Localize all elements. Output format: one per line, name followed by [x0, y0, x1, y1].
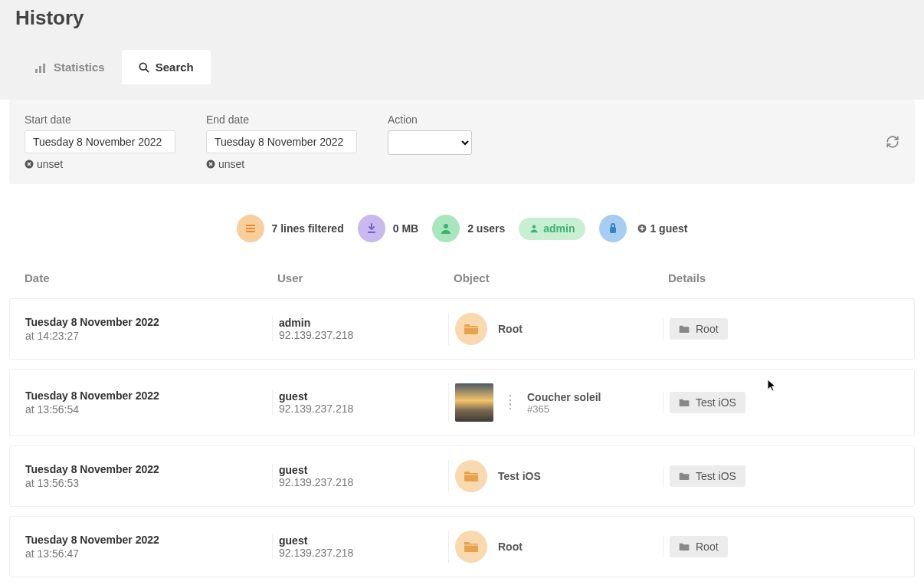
detail-chip[interactable]: Test iOS [670, 465, 745, 487]
tab-label: Search [156, 61, 194, 74]
object-title: Root [498, 323, 523, 335]
col-object: Object [447, 271, 662, 284]
object-title: Test iOS [498, 470, 541, 482]
folder-icon [679, 542, 690, 551]
detail-text: Root [696, 541, 719, 553]
end-date-label: End date [206, 113, 357, 126]
svg-line-4 [146, 69, 149, 72]
stat-text: 7 lines filtered [272, 222, 344, 235]
tabs: Statistics Search [0, 50, 924, 84]
plus-icon [637, 224, 647, 233]
folder-icon [455, 531, 487, 563]
col-details: Details [662, 271, 906, 284]
svg-rect-0 [35, 69, 38, 73]
row-user: admin [279, 317, 442, 329]
folder-icon [455, 460, 487, 492]
stat-lines: 7 lines filtered [237, 215, 344, 242]
row-date: Tuesday 8 November 2022 [25, 534, 266, 546]
end-date-input[interactable] [206, 130, 357, 153]
row-user: guest [279, 534, 442, 547]
detail-chip[interactable]: Root [670, 318, 728, 340]
row-ip: 92.139.237.218 [279, 547, 442, 559]
download-icon [358, 215, 385, 242]
guest-icon [599, 215, 627, 242]
row-date: Tuesday 8 November 2022 [25, 316, 266, 328]
col-date: Date [18, 271, 271, 284]
tab-statistics[interactable]: Statistics [18, 50, 122, 84]
stat-text: 1 guest [650, 222, 687, 235]
row-time: at 14:23:27 [25, 330, 266, 342]
folder-icon [455, 313, 487, 345]
row-ip: 92.139.237.218 [279, 329, 442, 341]
object-title: Root [498, 541, 523, 553]
detail-text: Root [696, 323, 719, 335]
stat-guests: 1 guest [599, 215, 687, 242]
stat-users: 2 users [432, 215, 505, 242]
badge-text: admin [543, 222, 575, 235]
end-unset[interactable]: unset [206, 158, 357, 170]
svg-point-3 [139, 63, 146, 70]
row-time: at 13:56:54 [25, 403, 266, 416]
row-time: at 13:56:53 [25, 477, 266, 489]
object-title: Coucher soleil [527, 391, 601, 403]
table-row[interactable]: Tuesday 8 November 2022at 13:56:53guest9… [9, 445, 915, 507]
svg-rect-13 [610, 227, 616, 233]
row-date: Tuesday 8 November 2022 [25, 389, 266, 402]
action-select[interactable] [388, 130, 472, 155]
svg-point-11 [444, 224, 448, 228]
page-title: History [0, 0, 924, 30]
unset-label: unset [218, 158, 244, 170]
search-icon [139, 62, 149, 73]
refresh-button[interactable] [886, 135, 899, 149]
row-user: guest [279, 390, 442, 403]
detail-chip[interactable]: Root [670, 536, 728, 557]
tab-search[interactable]: Search [122, 50, 211, 84]
col-user: User [271, 271, 447, 284]
row-user: guest [279, 464, 442, 476]
admin-badge[interactable]: admin [519, 218, 585, 240]
lines-icon [237, 215, 264, 242]
start-date-input[interactable] [25, 130, 175, 153]
close-icon [25, 159, 34, 169]
table-header: Date User Object Details [9, 264, 915, 298]
row-ip: 92.139.237.218 [279, 403, 442, 415]
image-thumbnail[interactable] [455, 383, 493, 422]
folder-icon [679, 472, 690, 481]
stat-text: 2 users [467, 222, 505, 235]
object-subtitle: #365 [527, 403, 601, 415]
filter-bar: Start date unset End date unset Action [9, 100, 915, 184]
svg-rect-10 [368, 232, 375, 233]
close-icon [206, 159, 215, 169]
svg-rect-2 [43, 64, 45, 73]
stats-icon [35, 62, 48, 73]
detail-text: Test iOS [696, 470, 736, 482]
row-date: Tuesday 8 November 2022 [25, 463, 266, 475]
action-label: Action [388, 113, 472, 126]
folder-icon [679, 324, 690, 334]
tab-label: Statistics [54, 61, 105, 74]
stats-row: 7 lines filtered 0 MB 2 users admin [0, 184, 924, 264]
table-row[interactable]: Tuesday 8 November 2022at 13:56:47guest9… [9, 516, 915, 577]
start-date-label: Start date [25, 113, 175, 126]
folder-icon [679, 398, 690, 407]
unset-label: unset [37, 158, 63, 170]
drag-handle-icon[interactable]: ⋮⋮ [504, 398, 516, 407]
svg-rect-1 [39, 66, 41, 73]
user-icon [432, 215, 460, 242]
start-unset[interactable]: unset [25, 158, 175, 170]
stat-size: 0 MB [358, 215, 418, 242]
row-time: at 13:56:47 [25, 547, 266, 560]
row-ip: 92.139.237.218 [279, 476, 442, 488]
svg-point-12 [532, 225, 536, 228]
table-row[interactable]: Tuesday 8 November 2022at 14:23:27admin9… [9, 298, 915, 360]
detail-chip[interactable]: Test iOS [670, 392, 745, 413]
stat-text: 0 MB [393, 222, 418, 235]
detail-text: Test iOS [696, 396, 736, 409]
table-row[interactable]: Tuesday 8 November 2022at 13:56:54guest9… [9, 369, 915, 436]
